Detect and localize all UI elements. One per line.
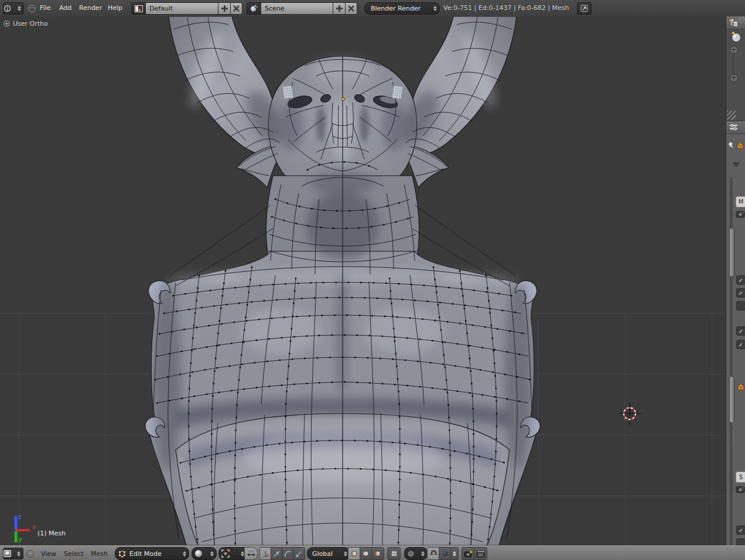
snap-element-button[interactable]	[439, 547, 452, 560]
split-grip-icon[interactable]	[739, 16, 745, 23]
checkbox-empty[interactable]	[736, 301, 745, 310]
rotate-manipulator-button[interactable]	[282, 547, 294, 560]
object-cube-icon[interactable]	[736, 141, 745, 151]
scene-name-field[interactable]: Scene	[261, 2, 337, 15]
axis-x-label: x	[32, 523, 36, 531]
mesh-data-cube-icon	[736, 383, 745, 392]
engine-arrows	[433, 6, 437, 11]
screen-layout-icon-button[interactable]	[131, 2, 146, 15]
cursor-3d	[618, 402, 641, 425]
plus-icon	[336, 5, 343, 12]
menu-view[interactable]: View	[41, 550, 56, 558]
render-camera-icon	[464, 550, 473, 558]
layout-delete-button[interactable]	[230, 2, 242, 15]
panel-separator	[733, 411, 733, 426]
axis-gizmo: z x y	[16, 513, 36, 543]
outliner-expand-icon[interactable]	[730, 74, 738, 82]
render-camera-icon	[736, 486, 745, 493]
collapse-menus-button[interactable]	[28, 5, 36, 12]
manipulator-icon	[247, 549, 255, 558]
split-grip-icon[interactable]	[727, 111, 736, 119]
occlude-geometry-button[interactable]	[387, 547, 401, 560]
scale-icon	[295, 550, 303, 558]
active-object-label: (1) Mesh	[37, 530, 66, 537]
face-select-icon	[374, 549, 382, 558]
properties-editor[interactable]: M ✓ ✓ ✓ ✓ S ✓	[726, 121, 745, 560]
viewport-3d-header: View Select Mesh Edit Mode	[0, 545, 745, 560]
menu-add[interactable]: Add	[59, 4, 71, 12]
properties-header[interactable]	[726, 121, 745, 134]
snap-mode-arrows[interactable]	[450, 547, 459, 560]
scene-delete-button[interactable]	[345, 2, 357, 15]
clapperboard-icon	[476, 550, 485, 558]
scene-stats: Ve:0-751 | Ed:0-1437 | Fa:0-682 | Mesh	[443, 4, 569, 12]
checkbox-checked[interactable]: ✓	[736, 288, 745, 298]
panel-tab-s[interactable]: S	[736, 472, 745, 483]
panel-separator	[733, 430, 733, 445]
mode-dropdown[interactable]: Edit Mode	[115, 547, 189, 560]
shading-sphere-icon	[194, 549, 203, 558]
panel-tab-m[interactable]: M	[736, 196, 745, 207]
scrollbar-handle[interactable]	[729, 228, 734, 277]
checkbox-checked[interactable]: ✓	[736, 340, 745, 349]
layout-name-field[interactable]: Default	[145, 2, 222, 15]
checkbox-checked[interactable]: ✓	[736, 525, 745, 535]
vertex-select-button[interactable]	[348, 547, 361, 560]
axis-y-label: y	[18, 535, 22, 543]
editor-type-button-info[interactable]	[3, 2, 24, 15]
orientation-arrows	[344, 551, 347, 556]
outliner-header[interactable]	[726, 16, 745, 29]
panel-collapse-triangle[interactable]	[732, 162, 740, 168]
scene-add-button[interactable]	[333, 2, 346, 15]
outliner-editor[interactable]	[726, 16, 745, 121]
magnet-icon	[430, 550, 438, 558]
mode-arrows	[183, 551, 186, 556]
menu-render[interactable]: Render	[79, 4, 102, 12]
scale-manipulator-button[interactable]	[293, 547, 305, 560]
translate-manipulator-button[interactable]	[271, 547, 283, 560]
face-select-button[interactable]	[371, 547, 384, 560]
checkbox-checked[interactable]: ✓	[736, 275, 745, 285]
viewport-3d[interactable]: z x y User Ortho (1) Mesh	[0, 16, 726, 545]
axes-rgb-icon	[262, 550, 269, 558]
close-icon	[348, 5, 354, 12]
snap-increment-icon	[442, 550, 449, 558]
menu-file[interactable]: File	[40, 4, 50, 12]
tree-line	[733, 54, 733, 73]
pivot-dropdown[interactable]	[218, 547, 247, 560]
checkbox-checked[interactable]: ✓	[736, 326, 745, 336]
collapse-menus-button[interactable]	[26, 550, 34, 558]
translate-arrow-icon	[273, 550, 281, 558]
scene-icon-button[interactable]	[247, 2, 262, 15]
edit-mode-icon	[118, 549, 127, 558]
render-engine-dropdown[interactable]: Blender Render	[364, 2, 440, 15]
shading-arrows	[210, 551, 214, 556]
outliner-expand-icon[interactable]	[730, 46, 738, 54]
maximize-editor-button[interactable]	[577, 2, 592, 15]
editor-type-button-3dview[interactable]	[3, 548, 23, 559]
layout-add-button[interactable]	[218, 2, 231, 15]
scrollbar-handle[interactable]	[729, 376, 734, 423]
orientation-dropdown[interactable]: Global	[307, 547, 350, 560]
axis-z-label: z	[18, 513, 22, 521]
menu-select[interactable]: Select	[64, 550, 84, 558]
close-icon	[233, 5, 240, 12]
proportional-arrows	[421, 551, 425, 556]
rotate-arc-icon	[284, 550, 292, 558]
viewport-3d-icon	[4, 550, 11, 557]
manipulator-toggle-button[interactable]	[244, 547, 258, 560]
editor-type-arrows	[18, 6, 21, 11]
snap-toggle-button[interactable]	[427, 547, 440, 560]
viewport-shading-dropdown[interactable]	[192, 547, 217, 560]
menu-help[interactable]: Help	[108, 4, 122, 12]
properties-icon	[729, 124, 738, 131]
orientation-value: Global	[312, 550, 333, 558]
proportional-edit-dropdown[interactable]	[404, 547, 428, 560]
render-camera-icon	[736, 210, 745, 218]
pin-icon[interactable]	[727, 141, 735, 151]
manipulator-axes-button[interactable]	[259, 547, 272, 560]
render-animation-button[interactable]	[474, 547, 487, 560]
render-still-button[interactable]	[462, 547, 475, 560]
edge-select-button[interactable]	[360, 547, 372, 560]
menu-mesh[interactable]: Mesh	[91, 550, 108, 558]
